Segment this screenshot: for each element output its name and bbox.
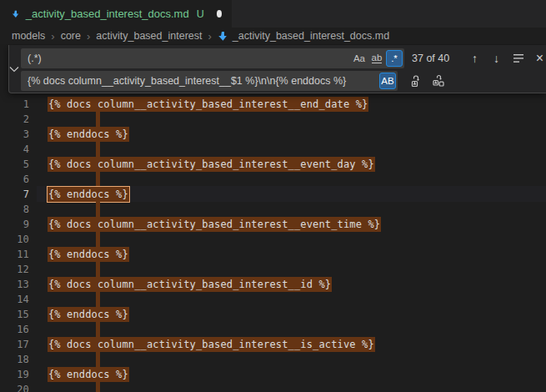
breadcrumb-separator-icon: ›: [87, 30, 90, 43]
line-number: 11: [0, 247, 29, 262]
regex-toggle[interactable]: .*: [386, 50, 403, 67]
search-input[interactable]: (.*) Aa ab .*: [21, 48, 404, 68]
breadcrumb-item-file[interactable]: _activity_based_interest_docs.md: [218, 30, 389, 42]
line-number: 4: [0, 142, 29, 157]
line-number: 16: [0, 322, 29, 337]
breadcrumb-item-core[interactable]: core: [61, 30, 81, 42]
code-line[interactable]: 1{% docs column__activity_based_interest…: [0, 97, 546, 112]
code-line[interactable]: 3{% enddocs %}: [0, 127, 546, 142]
vscode-window: { "tab": { "title": "_activity_based_int…: [0, 0, 546, 392]
code-line[interactable]: 2: [0, 112, 546, 127]
whole-word-toggle[interactable]: ab: [368, 50, 385, 67]
line-content: {% enddocs %}: [48, 187, 129, 202]
replace-icon: [410, 74, 423, 88]
empty-line-find-match: [96, 112, 100, 127]
code-line[interactable]: 17{% docs column__activity_based_interes…: [0, 337, 546, 352]
line-content: {% docs column__activity_based_interest_…: [48, 277, 332, 292]
code-line[interactable]: 15{% enddocs %}: [0, 307, 546, 322]
code-line[interactable]: 16: [0, 322, 546, 337]
line-number: 9: [0, 217, 29, 232]
line-content: {% docs column__activity_based_interest_…: [48, 157, 375, 172]
preserve-case-toggle[interactable]: AB: [379, 73, 396, 89]
find-match: {% docs column__activity_based_interest_…: [48, 157, 375, 172]
line-content: {% enddocs %}: [48, 247, 129, 262]
replace-value: {% docs column__activity_based_interest_…: [28, 75, 378, 87]
editor-pane[interactable]: 1{% docs column__activity_based_interest…: [0, 44, 546, 392]
line-number: 17: [0, 337, 29, 352]
unsaved-dot-icon[interactable]: [217, 10, 222, 18]
line-number: 7: [0, 187, 29, 202]
code-line[interactable]: 6: [0, 172, 546, 187]
code-line[interactable]: 4: [0, 142, 546, 157]
line-number: 19: [0, 367, 29, 382]
tab-bar: _activity_based_interest_docs.md U: [0, 0, 546, 28]
toggle-replace-button[interactable]: [9, 45, 19, 93]
find-match: {% enddocs %}: [48, 307, 129, 322]
line-content: {% docs column__activity_based_interest_…: [48, 337, 375, 352]
line-number: 8: [0, 202, 29, 217]
find-in-selection-button[interactable]: [509, 50, 527, 68]
match-count: 37 of 40: [412, 53, 462, 64]
code-line[interactable]: 7{% enddocs %}: [0, 187, 546, 202]
line-number: 20: [0, 382, 29, 392]
find-row: (.*) Aa ab .* 37 of 40 ↑ ↓ ×: [21, 48, 546, 68]
code-line[interactable]: 12: [0, 262, 546, 277]
empty-line-find-match: [96, 382, 100, 392]
code-line[interactable]: 11{% enddocs %}: [0, 247, 546, 262]
replace-all-icon: [432, 74, 445, 88]
close-find-button[interactable]: ×: [531, 50, 546, 68]
markdown-file-icon: [12, 8, 20, 20]
code-line[interactable]: 20: [0, 382, 546, 392]
line-content: {% docs column__activity_based_interest_…: [48, 97, 368, 112]
empty-line-find-match: [96, 352, 100, 367]
line-number: 14: [0, 292, 29, 307]
code-line[interactable]: 10: [0, 232, 546, 247]
line-number: 15: [0, 307, 29, 322]
find-match: {% docs column__activity_based_interest_…: [48, 337, 375, 352]
replace-input[interactable]: {% docs column__activity_based_interest_…: [21, 71, 398, 91]
git-status-badge: U: [197, 8, 204, 20]
line-number: 12: [0, 262, 29, 277]
line-number: 18: [0, 352, 29, 367]
code-line[interactable]: 19{% enddocs %}: [0, 367, 546, 382]
find-widget-rows: (.*) Aa ab .* 37 of 40 ↑ ↓ ×: [19, 45, 546, 93]
tab-activity-based-interest-docs[interactable]: _activity_based_interest_docs.md U: [0, 0, 232, 28]
code-line[interactable]: 13{% docs column__activity_based_interes…: [0, 277, 546, 292]
empty-line-find-match: [96, 262, 100, 277]
empty-line-find-match: [96, 142, 100, 157]
replace-all-button[interactable]: [429, 73, 447, 90]
find-match: {% docs column__activity_based_interest_…: [48, 277, 332, 292]
empty-line-find-match: [96, 322, 100, 337]
code-line[interactable]: 14: [0, 292, 546, 307]
replace-buttons: [403, 73, 447, 90]
breadcrumb-separator-icon: ›: [51, 30, 54, 43]
find-match: {% docs column__activity_based_interest_…: [48, 97, 368, 112]
find-match: {% enddocs %}: [48, 247, 129, 262]
line-number: 1: [0, 97, 29, 112]
line-number: 10: [0, 232, 29, 247]
tab-title: _activity_based_interest_docs.md: [26, 8, 189, 20]
previous-match-button[interactable]: ↑: [466, 50, 483, 68]
code-line[interactable]: 8: [0, 202, 546, 217]
replace-row: {% docs column__activity_based_interest_…: [21, 71, 546, 91]
empty-line-find-match: [96, 202, 100, 217]
replace-button[interactable]: [408, 73, 425, 90]
breadcrumb: models › core › activity_based_interest …: [0, 28, 546, 44]
line-number: 2: [0, 112, 29, 127]
line-content: {% enddocs %}: [48, 307, 129, 322]
find-match: {% docs column__activity_based_interest_…: [48, 217, 381, 232]
breadcrumb-item-models[interactable]: models: [12, 30, 45, 42]
code-line[interactable]: 9{% docs column__activity_based_interest…: [0, 217, 546, 232]
find-match: {% enddocs %}: [48, 367, 129, 382]
empty-line-find-match: [96, 292, 100, 307]
line-number: 5: [0, 157, 29, 172]
code-line[interactable]: 5{% docs column__activity_based_interest…: [0, 157, 546, 172]
find-in-selection-icon: [513, 53, 524, 63]
breadcrumb-item-activity-based-interest[interactable]: activity_based_interest: [96, 30, 202, 42]
search-query: (.*): [28, 53, 350, 64]
line-number: 6: [0, 172, 29, 187]
line-content: {% enddocs %}: [48, 367, 129, 382]
code-line[interactable]: 18: [0, 352, 546, 367]
next-match-button[interactable]: ↓: [488, 50, 505, 68]
match-case-toggle[interactable]: Aa: [351, 50, 368, 67]
